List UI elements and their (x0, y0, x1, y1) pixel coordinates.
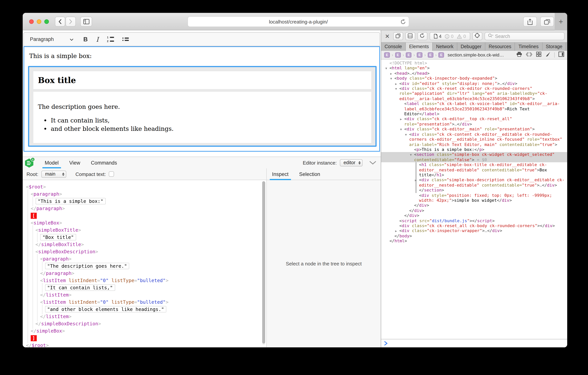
tab-overview-button[interactable] (540, 17, 554, 27)
model-text-node[interactable]: "Box title" (23, 233, 266, 241)
model-text-node[interactable]: "This is a simple box:" (23, 198, 266, 205)
selection-marker[interactable]: [ (23, 212, 266, 219)
grid-icon[interactable] (536, 52, 541, 58)
element-breadcrumb-badge[interactable]: E (428, 52, 433, 58)
devtools-tab-overflow[interactable]: » (566, 43, 567, 51)
model-tree-line[interactable]: </paragraph> (23, 270, 266, 277)
model-tree-pane[interactable]: <$root><paragraph>"This is a simple box:… (23, 180, 266, 347)
inspector-tab-inspect[interactable]: Inspect (267, 168, 294, 180)
editor-paragraph[interactable]: This is a simple box: (24, 47, 379, 60)
element-breadcrumb-badge[interactable]: E (406, 52, 412, 58)
address-bar[interactable]: localhost/creating-a-plugin/ (188, 16, 409, 27)
element-breadcrumb-badge[interactable]: E (384, 52, 390, 58)
devtools-tab-console[interactable]: Console (381, 43, 406, 51)
element-breadcrumb-badge[interactable]: E (395, 52, 401, 58)
simple-box-title-editable[interactable]: Box title (33, 71, 371, 89)
share-button[interactable] (523, 17, 537, 27)
dom-tree-line[interactable]: </body> (381, 233, 567, 239)
inspector-tab-model[interactable]: Model (39, 157, 64, 168)
dom-tree-line[interactable]: ▶<div class="ck-inspector-wrapper">…</di… (381, 229, 567, 233)
element-breadcrumb-badge[interactable]: E (439, 52, 444, 58)
reload-icon[interactable] (400, 19, 406, 26)
model-tree-line[interactable]: </simpleBoxDescription> (23, 320, 266, 327)
activity-summary[interactable]: 4 0 0 (430, 32, 470, 40)
close-icon[interactable]: ✕ (384, 33, 391, 40)
devtools-tab-elements[interactable]: Elements (406, 43, 433, 51)
model-text-node[interactable]: "and other block elements like headings.… (23, 306, 266, 313)
dom-tree-line[interactable]: ▶<div class="simple-box-description ck-e… (381, 178, 567, 188)
brush-icon[interactable] (545, 52, 550, 58)
back-button[interactable] (55, 17, 65, 27)
devtools-tab-network[interactable]: Network (433, 43, 457, 51)
editor-editable-area[interactable]: This is a simple box: Box title The desc… (23, 46, 380, 152)
model-tree-line[interactable]: </$root> (23, 342, 266, 347)
devtools-search-field[interactable]: Search (484, 32, 565, 40)
breadcrumb-current-node[interactable]: section.simple-box.ck-wid… (448, 52, 504, 58)
dom-tree[interactable]: <!DOCTYPE html>▼<html lang="en">▶<head>…… (381, 60, 567, 339)
devtools-reload-button[interactable] (417, 32, 427, 40)
model-tree-line[interactable]: </simpleBoxTitle> (23, 241, 266, 248)
printer-icon[interactable] (516, 52, 522, 58)
dom-tree-line[interactable]: ▶<div class="ck ck-editor__top ck-reset_… (381, 117, 567, 127)
model-tree-line[interactable]: <simpleBox> (23, 219, 266, 226)
root-select[interactable]: main (41, 170, 66, 178)
detach-button[interactable] (393, 32, 403, 40)
zoom-window-button[interactable] (44, 19, 49, 24)
description-paragraph[interactable]: The description goes here. (38, 103, 367, 110)
dom-tree-line[interactable]: <p>This is a simple box:</p> (381, 147, 567, 152)
dom-tree-line[interactable]: ▼<div class="ck ck-reset ck-editor ck-ro… (381, 86, 567, 101)
dom-tree-line[interactable]: <label class="ck ck-label ck-voice-label… (381, 101, 567, 117)
dom-tree-line[interactable]: <div class="ck ck-reset_all ck-body ck-r… (381, 223, 567, 229)
numbered-list-button[interactable]: 1 2 (107, 36, 114, 43)
model-tree-line[interactable]: <paragraph> (23, 255, 266, 262)
simple-box-description-editable[interactable]: The description goes here. It can contai… (33, 92, 371, 143)
model-tree-line[interactable]: <listItem listIndent="0" listType="bulle… (23, 298, 266, 306)
devtools-tab-timelines[interactable]: Timelines (515, 43, 542, 51)
dom-tree-line[interactable]: ▼<html lang="en"> (381, 66, 567, 71)
model-tree-line[interactable]: </paragraph> (23, 205, 266, 212)
description-list-item[interactable]: and other block elements like headings. (51, 125, 367, 132)
sidebar-toggle-button[interactable] (80, 17, 92, 27)
dom-tree-line[interactable]: </div> (381, 213, 567, 218)
editor-instance-select[interactable]: editor (340, 159, 363, 166)
selection-marker[interactable]: ] (23, 334, 266, 342)
model-tree-line[interactable]: <$root> (23, 183, 266, 190)
dom-tree-line[interactable]: </div> (381, 203, 567, 208)
close-window-button[interactable] (29, 19, 34, 24)
model-tree-line[interactable]: <paragraph> (23, 190, 266, 198)
disclosure-triangle[interactable]: ▶ (395, 81, 397, 87)
element-breadcrumb-badge[interactable]: E (417, 52, 422, 58)
dom-tree-line[interactable]: </div> (381, 208, 567, 213)
devtools-tab-storage[interactable]: Storage (542, 43, 566, 51)
disclosure-triangle[interactable]: ▶ (395, 229, 397, 234)
model-tree-line[interactable]: <listItem listIndent="0" listType="bulle… (23, 277, 266, 284)
bulleted-list-button[interactable] (123, 38, 129, 41)
dom-tree-line[interactable]: <h1 class="simple-box-title ck-editor__e… (381, 162, 567, 177)
dock-bottom-button[interactable] (405, 32, 415, 40)
inspector-tab-selection[interactable]: Selection (294, 168, 326, 180)
devtools-tab-debugger[interactable]: Debugger (457, 43, 485, 51)
model-tree-line[interactable]: <simpleBoxTitle> (23, 226, 266, 233)
model-tree-line[interactable]: <simpleBoxDescription> (23, 248, 266, 255)
simple-box-widget[interactable]: Box title The description goes here. It … (28, 66, 377, 147)
dom-tree-line-selected[interactable]: ▼<section class="simple-box ck-widget ck… (381, 152, 567, 163)
model-text-node[interactable]: "It can contain lists," (23, 284, 266, 291)
element-picker-button[interactable] (472, 32, 482, 40)
dom-tree-line[interactable]: ▶<head>…</head> (381, 71, 567, 76)
inspector-collapse-button[interactable] (369, 159, 376, 166)
disclosure-triangle[interactable]: ▼ (395, 87, 397, 92)
box-title-heading[interactable]: Box title (38, 75, 367, 85)
code-brackets-icon[interactable] (526, 52, 532, 58)
dom-tree-line[interactable]: ▼<div class="ck ck-editor__main" role="p… (381, 127, 567, 132)
dom-tree-line[interactable]: <div style="position: fixed; top: 0px; l… (381, 193, 567, 203)
forward-button[interactable] (65, 17, 76, 27)
split-view-icon[interactable] (558, 52, 564, 58)
disclosure-triangle[interactable]: ▶ (415, 178, 417, 183)
dom-tree-line[interactable]: <!DOCTYPE html> (381, 61, 567, 66)
dom-tree-line[interactable]: </html> (381, 239, 567, 244)
inspector-tab-commands[interactable]: Commands (86, 157, 122, 168)
disclosure-triangle[interactable]: ▼ (385, 66, 387, 71)
compact-text-checkbox[interactable] (109, 171, 114, 177)
devtools-tab-resources[interactable]: Resources (485, 43, 515, 51)
inspector-tab-view[interactable]: View (64, 157, 86, 168)
